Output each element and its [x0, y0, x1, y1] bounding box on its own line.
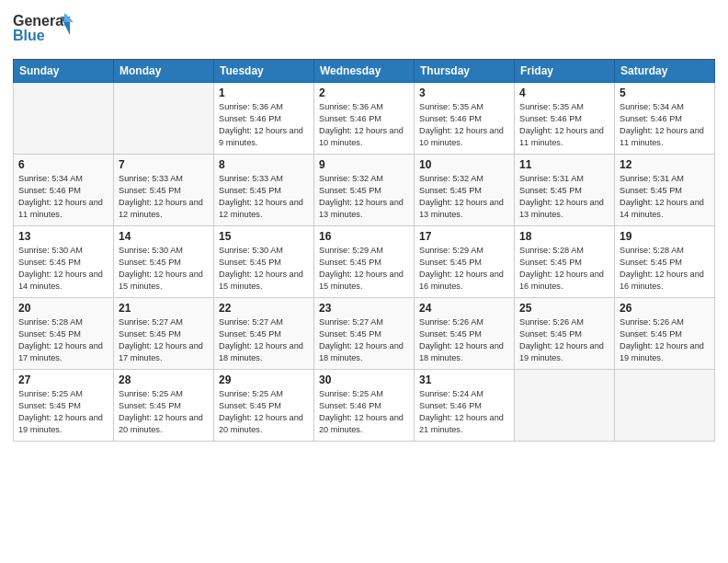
- day-number: 4: [519, 86, 609, 99]
- day-info: Sunrise: 5:27 AMSunset: 5:45 PMDaylight:…: [219, 316, 309, 364]
- svg-marker-3: [64, 13, 74, 22]
- day-info: Sunrise: 5:32 AMSunset: 5:45 PMDaylight:…: [319, 173, 409, 221]
- day-number: 3: [419, 86, 509, 99]
- calendar-cell: 9Sunrise: 5:32 AMSunset: 5:45 PMDaylight…: [314, 155, 415, 226]
- day-number: 12: [620, 158, 710, 171]
- calendar-cell: 19Sunrise: 5:28 AMSunset: 5:45 PMDayligh…: [615, 226, 715, 298]
- calendar-cell: 24Sunrise: 5:26 AMSunset: 5:45 PMDayligh…: [415, 298, 515, 370]
- calendar-cell: 15Sunrise: 5:30 AMSunset: 5:45 PMDayligh…: [214, 226, 314, 298]
- day-number: 6: [18, 158, 108, 171]
- day-info: Sunrise: 5:28 AMSunset: 5:45 PMDaylight:…: [18, 316, 108, 364]
- calendar-cell: 30Sunrise: 5:25 AMSunset: 5:46 PMDayligh…: [314, 370, 415, 442]
- calendar-cell: 11Sunrise: 5:31 AMSunset: 5:45 PMDayligh…: [515, 155, 615, 226]
- day-number: 19: [620, 230, 710, 243]
- calendar-cell: 18Sunrise: 5:28 AMSunset: 5:45 PMDayligh…: [515, 226, 615, 298]
- day-info: Sunrise: 5:35 AMSunset: 5:46 PMDaylight:…: [419, 101, 509, 149]
- weekday-header-thursday: Thursday: [415, 60, 515, 83]
- day-number: 7: [119, 158, 209, 171]
- calendar-cell: 2Sunrise: 5:36 AMSunset: 5:46 PMDaylight…: [314, 83, 415, 155]
- day-info: Sunrise: 5:29 AMSunset: 5:45 PMDaylight:…: [419, 245, 509, 293]
- day-info: Sunrise: 5:25 AMSunset: 5:45 PMDaylight:…: [219, 388, 309, 436]
- calendar-cell: 13Sunrise: 5:30 AMSunset: 5:45 PMDayligh…: [14, 226, 114, 298]
- calendar-week-4: 20Sunrise: 5:28 AMSunset: 5:45 PMDayligh…: [14, 298, 715, 370]
- day-number: 13: [18, 230, 108, 243]
- day-number: 27: [18, 373, 108, 386]
- day-info: Sunrise: 5:36 AMSunset: 5:46 PMDaylight:…: [319, 101, 409, 149]
- day-info: Sunrise: 5:28 AMSunset: 5:45 PMDaylight:…: [519, 245, 609, 293]
- day-info: Sunrise: 5:27 AMSunset: 5:45 PMDaylight:…: [319, 316, 409, 364]
- day-number: 18: [519, 230, 609, 243]
- day-info: Sunrise: 5:26 AMSunset: 5:45 PMDaylight:…: [419, 316, 509, 364]
- calendar-cell: 28Sunrise: 5:25 AMSunset: 5:45 PMDayligh…: [114, 370, 214, 442]
- day-info: Sunrise: 5:30 AMSunset: 5:45 PMDaylight:…: [18, 245, 108, 293]
- calendar-cell: 27Sunrise: 5:25 AMSunset: 5:45 PMDayligh…: [14, 370, 114, 442]
- day-info: Sunrise: 5:31 AMSunset: 5:45 PMDaylight:…: [519, 173, 609, 221]
- day-number: 31: [419, 373, 509, 386]
- weekday-header-tuesday: Tuesday: [214, 60, 314, 83]
- day-number: 16: [319, 230, 409, 243]
- day-info: Sunrise: 5:34 AMSunset: 5:46 PMDaylight:…: [18, 173, 108, 221]
- day-number: 25: [519, 302, 609, 315]
- calendar-cell: 25Sunrise: 5:26 AMSunset: 5:45 PMDayligh…: [515, 298, 615, 370]
- day-number: 28: [119, 373, 209, 386]
- calendar-cell: 4Sunrise: 5:35 AMSunset: 5:46 PMDaylight…: [515, 83, 615, 155]
- calendar-cell: 3Sunrise: 5:35 AMSunset: 5:46 PMDaylight…: [415, 83, 515, 155]
- calendar-cell: 29Sunrise: 5:25 AMSunset: 5:45 PMDayligh…: [214, 370, 314, 442]
- calendar-cell: 20Sunrise: 5:28 AMSunset: 5:45 PMDayligh…: [14, 298, 114, 370]
- day-info: Sunrise: 5:27 AMSunset: 5:45 PMDaylight:…: [119, 316, 209, 364]
- calendar-cell: 26Sunrise: 5:26 AMSunset: 5:45 PMDayligh…: [615, 298, 715, 370]
- day-number: 2: [319, 86, 409, 99]
- svg-text:General: General: [13, 13, 68, 29]
- day-info: Sunrise: 5:28 AMSunset: 5:45 PMDaylight:…: [620, 245, 710, 293]
- day-info: Sunrise: 5:34 AMSunset: 5:46 PMDaylight:…: [620, 101, 710, 149]
- day-number: 30: [319, 373, 409, 386]
- day-number: 17: [419, 230, 509, 243]
- day-number: 21: [119, 302, 209, 315]
- logo-area: General Blue: [13, 9, 77, 52]
- day-number: 20: [18, 302, 108, 315]
- day-info: Sunrise: 5:35 AMSunset: 5:46 PMDaylight:…: [519, 101, 609, 149]
- calendar-cell: 17Sunrise: 5:29 AMSunset: 5:45 PMDayligh…: [415, 226, 515, 298]
- calendar-cell: [14, 83, 114, 155]
- day-number: 5: [620, 86, 710, 99]
- calendar-cell: 1Sunrise: 5:36 AMSunset: 5:46 PMDaylight…: [214, 83, 314, 155]
- day-info: Sunrise: 5:29 AMSunset: 5:45 PMDaylight:…: [319, 245, 409, 293]
- calendar-table: SundayMondayTuesdayWednesdayThursdayFrid…: [13, 59, 715, 442]
- calendar-cell: 10Sunrise: 5:32 AMSunset: 5:45 PMDayligh…: [415, 155, 515, 226]
- day-number: 23: [319, 302, 409, 315]
- weekday-header-row: SundayMondayTuesdayWednesdayThursdayFrid…: [14, 60, 715, 83]
- calendar-cell: 5Sunrise: 5:34 AMSunset: 5:46 PMDaylight…: [615, 83, 715, 155]
- day-number: 10: [419, 158, 509, 171]
- day-info: Sunrise: 5:24 AMSunset: 5:46 PMDaylight:…: [419, 388, 509, 436]
- day-info: Sunrise: 5:25 AMSunset: 5:46 PMDaylight:…: [319, 388, 409, 436]
- day-number: 1: [219, 86, 309, 99]
- weekday-header-friday: Friday: [515, 60, 615, 83]
- weekday-header-wednesday: Wednesday: [314, 60, 415, 83]
- calendar-cell: 12Sunrise: 5:31 AMSunset: 5:45 PMDayligh…: [615, 155, 715, 226]
- logo: General Blue: [13, 9, 77, 52]
- calendar-cell: 16Sunrise: 5:29 AMSunset: 5:45 PMDayligh…: [314, 226, 415, 298]
- calendar-cell: [114, 83, 214, 155]
- day-number: 24: [419, 302, 509, 315]
- calendar-cell: 22Sunrise: 5:27 AMSunset: 5:45 PMDayligh…: [214, 298, 314, 370]
- day-info: Sunrise: 5:36 AMSunset: 5:46 PMDaylight:…: [219, 101, 309, 149]
- day-info: Sunrise: 5:31 AMSunset: 5:45 PMDaylight:…: [620, 173, 710, 221]
- calendar-cell: 8Sunrise: 5:33 AMSunset: 5:45 PMDaylight…: [214, 155, 314, 226]
- day-info: Sunrise: 5:25 AMSunset: 5:45 PMDaylight:…: [18, 388, 108, 436]
- weekday-header-sunday: Sunday: [14, 60, 114, 83]
- day-info: Sunrise: 5:25 AMSunset: 5:45 PMDaylight:…: [119, 388, 209, 436]
- header: General Blue: [13, 9, 715, 52]
- day-number: 29: [219, 373, 309, 386]
- calendar-week-5: 27Sunrise: 5:25 AMSunset: 5:45 PMDayligh…: [14, 370, 715, 442]
- day-info: Sunrise: 5:32 AMSunset: 5:45 PMDaylight:…: [419, 173, 509, 221]
- calendar-cell: 31Sunrise: 5:24 AMSunset: 5:46 PMDayligh…: [415, 370, 515, 442]
- calendar-week-3: 13Sunrise: 5:30 AMSunset: 5:45 PMDayligh…: [14, 226, 715, 298]
- day-number: 11: [519, 158, 609, 171]
- page: General Blue SundayMondayTuesdayWednesda…: [0, 0, 728, 563]
- day-number: 22: [219, 302, 309, 315]
- calendar-week-2: 6Sunrise: 5:34 AMSunset: 5:46 PMDaylight…: [14, 155, 715, 226]
- svg-text:Blue: Blue: [13, 28, 45, 43]
- day-info: Sunrise: 5:33 AMSunset: 5:45 PMDaylight:…: [219, 173, 309, 221]
- calendar-cell: [515, 370, 615, 442]
- weekday-header-saturday: Saturday: [615, 60, 715, 83]
